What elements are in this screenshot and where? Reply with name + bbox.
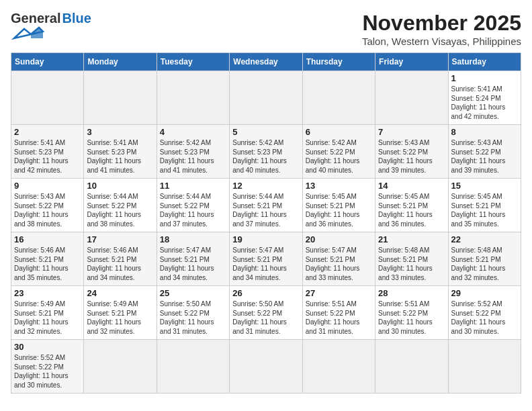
day-info: Sunrise: 5:49 AM Sunset: 5:21 PM Dayligh…: [87, 300, 153, 336]
page-header: General Blue November 2025 Talon, Wester…: [11, 11, 521, 47]
calendar-week-row: 16Sunrise: 5:46 AM Sunset: 5:21 PM Dayli…: [11, 232, 521, 286]
calendar-cell: 8Sunrise: 5:43 AM Sunset: 5:22 PM Daylig…: [448, 125, 521, 179]
day-number: 24: [87, 288, 153, 298]
day-number: 16: [14, 234, 81, 244]
day-info: Sunrise: 5:47 AM Sunset: 5:21 PM Dayligh…: [232, 246, 299, 282]
day-number: 14: [378, 181, 445, 191]
day-number: 30: [14, 342, 81, 352]
logo: General Blue: [11, 11, 91, 41]
calendar-cell: 16Sunrise: 5:46 AM Sunset: 5:21 PM Dayli…: [11, 232, 84, 286]
day-number: 13: [306, 181, 372, 191]
day-of-week-header: Monday: [84, 53, 157, 71]
day-info: Sunrise: 5:41 AM Sunset: 5:23 PM Dayligh…: [87, 138, 153, 175]
calendar-cell: 29Sunrise: 5:52 AM Sunset: 5:22 PM Dayli…: [448, 286, 521, 340]
day-number: 2: [14, 127, 81, 137]
day-of-week-header: Thursday: [302, 53, 375, 71]
day-info: Sunrise: 5:52 AM Sunset: 5:22 PM Dayligh…: [14, 353, 81, 390]
day-of-week-header: Sunday: [11, 53, 84, 71]
day-number: 22: [451, 234, 518, 244]
logo-blue: Blue: [62, 11, 91, 26]
calendar-week-row: 1Sunrise: 5:41 AM Sunset: 5:24 PM Daylig…: [11, 71, 521, 125]
day-info: Sunrise: 5:41 AM Sunset: 5:24 PM Dayligh…: [451, 85, 518, 121]
title-block: November 2025 Talon, Western Visayas, Ph…: [362, 11, 521, 47]
day-number: 11: [160, 181, 226, 191]
calendar-cell: 5Sunrise: 5:42 AM Sunset: 5:23 PM Daylig…: [230, 125, 302, 179]
day-number: 5: [232, 127, 299, 137]
day-info: Sunrise: 5:48 AM Sunset: 5:21 PM Dayligh…: [451, 246, 518, 282]
calendar-cell: 3Sunrise: 5:41 AM Sunset: 5:23 PM Daylig…: [84, 125, 157, 179]
day-info: Sunrise: 5:51 AM Sunset: 5:22 PM Dayligh…: [378, 300, 445, 336]
day-of-week-header: Tuesday: [157, 53, 229, 71]
day-info: Sunrise: 5:47 AM Sunset: 5:21 PM Dayligh…: [306, 246, 372, 282]
calendar-week-row: 23Sunrise: 5:49 AM Sunset: 5:21 PM Dayli…: [11, 286, 521, 340]
calendar-cell: 14Sunrise: 5:45 AM Sunset: 5:21 PM Dayli…: [375, 179, 448, 232]
day-number: 21: [378, 234, 445, 244]
calendar-cell: 10Sunrise: 5:44 AM Sunset: 5:22 PM Dayli…: [84, 179, 157, 232]
day-number: 8: [451, 127, 518, 137]
day-number: 27: [306, 288, 372, 298]
day-info: Sunrise: 5:50 AM Sunset: 5:22 PM Dayligh…: [232, 300, 299, 336]
calendar-cell: [302, 71, 375, 125]
calendar-cell: 2Sunrise: 5:41 AM Sunset: 5:23 PM Daylig…: [11, 125, 84, 179]
day-info: Sunrise: 5:52 AM Sunset: 5:22 PM Dayligh…: [451, 300, 518, 336]
calendar-cell: [302, 340, 375, 394]
calendar-table: SundayMondayTuesdayWednesdayThursdayFrid…: [11, 52, 521, 394]
calendar-cell: [84, 71, 157, 125]
calendar-cell: [230, 71, 302, 125]
calendar-header-row: SundayMondayTuesdayWednesdayThursdayFrid…: [11, 53, 521, 71]
day-number: 20: [306, 234, 372, 244]
day-number: 19: [232, 234, 299, 244]
day-info: Sunrise: 5:46 AM Sunset: 5:21 PM Dayligh…: [87, 246, 153, 282]
calendar-cell: 25Sunrise: 5:50 AM Sunset: 5:22 PM Dayli…: [157, 286, 229, 340]
calendar-cell: 12Sunrise: 5:44 AM Sunset: 5:21 PM Dayli…: [230, 179, 302, 232]
logo-icon: [11, 26, 44, 41]
day-info: Sunrise: 5:45 AM Sunset: 5:21 PM Dayligh…: [378, 192, 445, 228]
calendar-week-row: 9Sunrise: 5:43 AM Sunset: 5:22 PM Daylig…: [11, 179, 521, 232]
day-number: 4: [160, 127, 226, 137]
day-number: 29: [451, 288, 518, 298]
calendar-cell: 6Sunrise: 5:42 AM Sunset: 5:22 PM Daylig…: [302, 125, 375, 179]
day-number: 6: [306, 127, 372, 137]
day-of-week-header: Saturday: [448, 53, 521, 71]
day-info: Sunrise: 5:44 AM Sunset: 5:21 PM Dayligh…: [232, 192, 299, 228]
calendar-cell: [375, 340, 448, 394]
day-info: Sunrise: 5:51 AM Sunset: 5:22 PM Dayligh…: [306, 300, 372, 336]
calendar-cell: 7Sunrise: 5:43 AM Sunset: 5:22 PM Daylig…: [375, 125, 448, 179]
calendar-cell: 30Sunrise: 5:52 AM Sunset: 5:22 PM Dayli…: [11, 340, 84, 394]
day-info: Sunrise: 5:41 AM Sunset: 5:23 PM Dayligh…: [14, 138, 81, 175]
page-subtitle: Talon, Western Visayas, Philippines: [362, 36, 521, 47]
calendar-cell: 24Sunrise: 5:49 AM Sunset: 5:21 PM Dayli…: [84, 286, 157, 340]
calendar-cell: 4Sunrise: 5:42 AM Sunset: 5:23 PM Daylig…: [157, 125, 229, 179]
calendar-cell: 23Sunrise: 5:49 AM Sunset: 5:21 PM Dayli…: [11, 286, 84, 340]
day-info: Sunrise: 5:44 AM Sunset: 5:22 PM Dayligh…: [87, 192, 153, 228]
day-info: Sunrise: 5:44 AM Sunset: 5:22 PM Dayligh…: [160, 192, 226, 228]
day-info: Sunrise: 5:46 AM Sunset: 5:21 PM Dayligh…: [14, 246, 81, 282]
calendar-cell: [11, 71, 84, 125]
calendar-week-row: 2Sunrise: 5:41 AM Sunset: 5:23 PM Daylig…: [11, 125, 521, 179]
day-number: 10: [87, 181, 153, 191]
day-number: 3: [87, 127, 153, 137]
calendar-cell: 15Sunrise: 5:45 AM Sunset: 5:21 PM Dayli…: [448, 179, 521, 232]
calendar-cell: [230, 340, 302, 394]
calendar-cell: [157, 71, 229, 125]
day-info: Sunrise: 5:42 AM Sunset: 5:23 PM Dayligh…: [232, 138, 299, 175]
calendar-cell: 17Sunrise: 5:46 AM Sunset: 5:21 PM Dayli…: [84, 232, 157, 286]
day-info: Sunrise: 5:47 AM Sunset: 5:21 PM Dayligh…: [160, 246, 226, 282]
day-number: 1: [451, 73, 518, 83]
calendar-cell: [157, 340, 229, 394]
day-of-week-header: Wednesday: [230, 53, 302, 71]
day-info: Sunrise: 5:43 AM Sunset: 5:22 PM Dayligh…: [378, 138, 445, 175]
calendar-cell: 1Sunrise: 5:41 AM Sunset: 5:24 PM Daylig…: [448, 71, 521, 125]
calendar-cell: 9Sunrise: 5:43 AM Sunset: 5:22 PM Daylig…: [11, 179, 84, 232]
calendar-cell: 28Sunrise: 5:51 AM Sunset: 5:22 PM Dayli…: [375, 286, 448, 340]
calendar-cell: [84, 340, 157, 394]
calendar-cell: 18Sunrise: 5:47 AM Sunset: 5:21 PM Dayli…: [157, 232, 229, 286]
day-info: Sunrise: 5:43 AM Sunset: 5:22 PM Dayligh…: [451, 138, 518, 175]
day-number: 23: [14, 288, 81, 298]
day-number: 9: [14, 181, 81, 191]
day-number: 25: [160, 288, 226, 298]
calendar-week-row: 30Sunrise: 5:52 AM Sunset: 5:22 PM Dayli…: [11, 340, 521, 394]
day-info: Sunrise: 5:42 AM Sunset: 5:22 PM Dayligh…: [306, 138, 372, 175]
calendar-cell: 21Sunrise: 5:48 AM Sunset: 5:21 PM Dayli…: [375, 232, 448, 286]
calendar-cell: 13Sunrise: 5:45 AM Sunset: 5:21 PM Dayli…: [302, 179, 375, 232]
